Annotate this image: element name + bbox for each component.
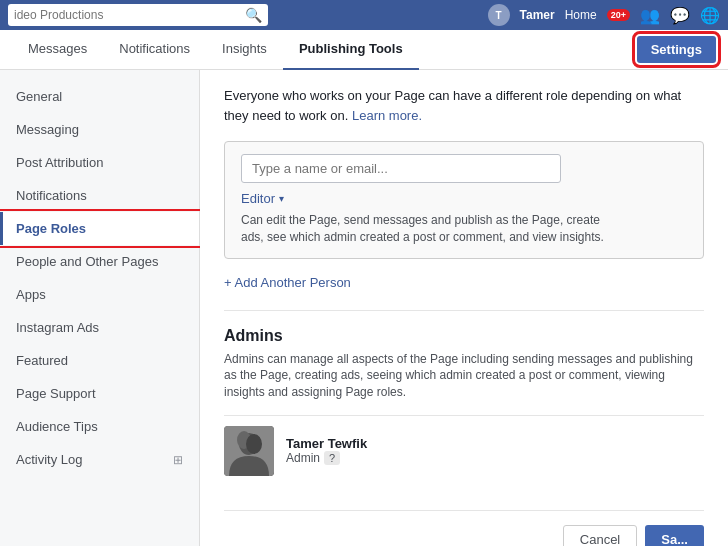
admins-title: Admins: [224, 327, 704, 345]
main-content: Everyone who works on your Page can have…: [200, 70, 728, 546]
avatar-image: [224, 426, 274, 476]
page-roles-description: Everyone who works on your Page can have…: [224, 86, 704, 125]
search-bar[interactable]: 🔍: [8, 4, 268, 26]
search-icon[interactable]: 🔍: [245, 7, 262, 23]
sidebar-item-general[interactable]: General: [0, 80, 199, 113]
friends-icon[interactable]: 👥: [640, 6, 660, 25]
top-nav-right: T Tamer Home 20+ 👥 💬 🌐: [488, 4, 720, 26]
sidebar-item-notifications[interactable]: Notifications: [0, 179, 199, 212]
sidebar-item-activity-log[interactable]: Activity Log ⊞: [0, 443, 199, 476]
admin-role-badge[interactable]: ?: [324, 451, 340, 465]
add-person-box: Editor ▾ Can edit the Page, send message…: [224, 141, 704, 259]
table-row: Tamer Tewfik Admin ?: [224, 415, 704, 486]
sidebar-item-apps[interactable]: Apps: [0, 278, 199, 311]
save-button[interactable]: Sa...: [645, 525, 704, 546]
admin-role-label: Admin: [286, 451, 320, 465]
sidebar-item-audience-tips[interactable]: Audience Tips: [0, 410, 199, 443]
sidebar-item-post-attribution[interactable]: Post Attribution: [0, 146, 199, 179]
sidebar-item-featured[interactable]: Featured: [0, 344, 199, 377]
name-email-input[interactable]: [241, 154, 561, 183]
sidebar-item-page-support[interactable]: Page Support: [0, 377, 199, 410]
sidebar-item-page-roles[interactable]: Page Roles: [0, 212, 199, 245]
page-nav-tabs: Messages Notifications Insights Publishi…: [12, 30, 637, 70]
home-notification-badge: 20+: [607, 9, 630, 21]
admins-description: Admins can manage all aspects of the Pag…: [224, 351, 704, 401]
settings-button[interactable]: Settings: [637, 36, 716, 63]
expand-icon: ⊞: [173, 453, 183, 467]
cancel-button[interactable]: Cancel: [563, 525, 637, 546]
role-selector[interactable]: Editor ▾: [241, 191, 687, 206]
main-layout: General Messaging Post Attribution Notif…: [0, 70, 728, 546]
tab-publishing-tools[interactable]: Publishing Tools: [283, 30, 419, 70]
tab-messages[interactable]: Messages: [12, 30, 103, 70]
tab-notifications[interactable]: Notifications: [103, 30, 206, 70]
top-navigation: 🔍 T Tamer Home 20+ 👥 💬 🌐: [0, 0, 728, 30]
sidebar-item-messaging[interactable]: Messaging: [0, 113, 199, 146]
admin-role-line: Admin ?: [286, 451, 367, 465]
learn-more-link[interactable]: Learn more.: [352, 108, 422, 123]
globe-icon[interactable]: 🌐: [700, 6, 720, 25]
sidebar: General Messaging Post Attribution Notif…: [0, 70, 200, 546]
admin-info: Tamer Tewfik Admin ?: [286, 436, 367, 465]
role-description: Can edit the Page, send messages and pub…: [241, 212, 621, 246]
search-input[interactable]: [14, 8, 245, 22]
tab-insights[interactable]: Insights: [206, 30, 283, 70]
dropdown-arrow-icon: ▾: [279, 193, 284, 204]
admin-name: Tamer Tewfik: [286, 436, 367, 451]
add-another-person-link[interactable]: + Add Another Person: [224, 275, 351, 290]
role-label: Editor: [241, 191, 275, 206]
avatar: T: [488, 4, 510, 26]
sidebar-item-people-pages[interactable]: People and Other Pages: [0, 245, 199, 278]
svg-point-3: [246, 434, 262, 454]
admins-section: Admins Admins can manage all aspects of …: [224, 310, 704, 486]
messages-icon[interactable]: 💬: [670, 6, 690, 25]
page-navigation: Messages Notifications Insights Publishi…: [0, 30, 728, 70]
footer-buttons: Cancel Sa...: [224, 510, 704, 546]
admin-avatar: [224, 426, 274, 476]
nav-home-label[interactable]: Home: [565, 8, 597, 22]
sidebar-item-instagram-ads[interactable]: Instagram Ads: [0, 311, 199, 344]
nav-username: Tamer: [520, 8, 555, 22]
